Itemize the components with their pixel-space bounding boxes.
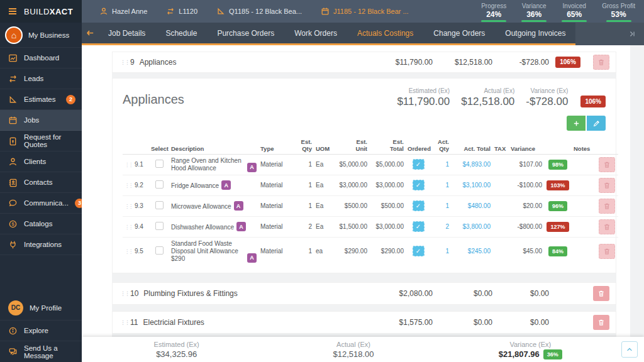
delete-item-button[interactable] — [599, 178, 615, 193]
cost-items-table: Select Description Type Est. Qty UOM Est… — [123, 137, 618, 265]
tab-item[interactable]: Job Details — [98, 23, 155, 43]
tab-bar-right — [575, 23, 644, 45]
sidebar-item-contacts[interactable]: Contacts — [0, 172, 82, 193]
ordered-checkbox[interactable]: ✓ — [413, 221, 425, 232]
sidebar-item-integrations[interactable]: Integrations — [0, 234, 82, 255]
delete-category-button[interactable] — [593, 315, 609, 330]
item-description: Microwave Allowance — [171, 203, 231, 211]
category-estimated: $1,575.00 — [364, 318, 433, 327]
act-total[interactable]: $4,893.00 — [451, 154, 492, 175]
estimates-count-badge: 2 — [66, 95, 75, 104]
act-qty[interactable]: 2 — [431, 216, 451, 237]
topnav-quote[interactable]: Q1185 - 12 Black Bea... — [216, 7, 302, 16]
delete-item-button[interactable] — [599, 244, 615, 259]
sidebar-item-communications[interactable]: Communica... 3 — [0, 193, 82, 214]
tab-item[interactable]: Work Orders — [284, 23, 347, 43]
ordered-checkbox[interactable]: ✓ — [413, 246, 425, 256]
act-total[interactable]: $245.00 — [451, 237, 492, 265]
clipboard-dollar-icon — [8, 136, 18, 146]
user-icon — [99, 7, 108, 16]
stat-item: Progress 24% — [481, 3, 506, 23]
select-checkbox[interactable] — [155, 180, 164, 189]
sidebar-item-send-message[interactable]: Send Us a Message — [0, 341, 82, 362]
drag-handle-icon[interactable]: ⋮⋮ — [125, 204, 132, 209]
act-total[interactable]: $3,800.00 — [451, 216, 492, 237]
scroll-to-top-button[interactable] — [621, 341, 638, 358]
sidebar-item-my-business[interactable]: ⌂ My Business — [0, 23, 82, 48]
vertical-scrollbar[interactable] — [630, 45, 644, 337]
select-checkbox[interactable] — [155, 246, 164, 255]
drag-handle-icon[interactable]: ⋮⋮ — [120, 59, 130, 65]
act-qty[interactable]: 1 — [431, 237, 451, 265]
delete-category-button[interactable] — [593, 286, 609, 301]
allowance-badge: A — [247, 253, 257, 263]
allowance-badge: A — [247, 163, 257, 172]
act-total[interactable]: $480.00 — [451, 195, 492, 216]
ordered-checkbox[interactable]: ✓ — [413, 159, 425, 170]
back-arrow-icon[interactable] — [82, 23, 98, 43]
ordered-checkbox[interactable]: ✓ — [413, 180, 425, 190]
stat-underline — [481, 20, 506, 22]
sidebar-item-dashboard[interactable]: Dashboard — [0, 48, 82, 69]
delete-item-button[interactable] — [599, 157, 615, 172]
tab-item[interactable]: Purchase Orders — [207, 23, 284, 43]
item-variance: -$800.00 — [509, 216, 544, 237]
act-qty[interactable]: 1 — [431, 154, 451, 175]
section-actions — [123, 116, 606, 131]
drag-handle-icon[interactable]: ⋮⋮ — [125, 249, 132, 255]
topnav-job[interactable]: J1185 - 12 Black Bear ... — [321, 7, 409, 16]
act-qty[interactable]: 1 — [431, 195, 451, 216]
sidebar-item-request-for-quotes[interactable]: Request for Quotes — [0, 131, 82, 151]
sidebar-item-my-profile[interactable]: DC My Profile — [0, 295, 82, 321]
drag-handle-icon[interactable]: ⋮⋮ — [125, 183, 132, 189]
category-row[interactable]: ⋮⋮ 11 Electricial Fixtures $1,575.00 $0.… — [112, 311, 616, 334]
tab-item[interactable]: Change Orders — [423, 23, 495, 43]
drag-handle-icon[interactable]: ⋮⋮ — [120, 319, 130, 326]
skip-to-end-icon[interactable] — [628, 30, 636, 38]
category-row[interactable]: ⋮⋮ 10 Plumbing Fixtures & Fittings $2,08… — [112, 282, 616, 305]
select-checkbox[interactable] — [155, 160, 164, 168]
tab-item[interactable]: Schedule — [155, 23, 207, 43]
ordered-checkbox[interactable]: ✓ — [413, 200, 425, 211]
est-unit: $3,000.00 — [333, 175, 369, 195]
tab-item[interactable]: Outgoing Invoices — [495, 23, 575, 43]
delete-item-button[interactable] — [599, 199, 615, 214]
add-item-button[interactable] — [567, 116, 586, 131]
delete-item-button[interactable] — [599, 219, 615, 234]
sidebar-item-catalogs[interactable]: $ Catalogs — [0, 214, 82, 234]
footer-estimated-value: $34,325.96 — [88, 349, 265, 359]
topnav-client[interactable]: Hazel Anne — [99, 7, 147, 16]
category-row-appliances[interactable]: ⋮⋮ 9 Appliances $11,790.00 $12,518.00 -$… — [112, 52, 616, 73]
sidebar-item-estimates[interactable]: Estimates 2 — [0, 89, 82, 110]
select-checkbox[interactable] — [155, 222, 164, 230]
drag-handle-icon[interactable]: ⋮⋮ — [120, 290, 130, 297]
cost-item-row: ⋮⋮ 9.1 Range Oven and Kitchen Hood Allow… — [123, 154, 618, 175]
variance-percent-badge: 106% — [555, 57, 580, 68]
act-total[interactable]: $3,100.00 — [451, 175, 492, 195]
tab-label: Schedule — [165, 29, 197, 38]
stat-underline — [562, 20, 587, 22]
tab-item[interactable]: Actuals Costings — [347, 23, 423, 43]
drag-handle-icon[interactable]: ⋮⋮ — [125, 162, 132, 168]
sidebar-item-explore[interactable]: Explore — [0, 321, 82, 341]
sidebar-item-leads[interactable]: Leads — [0, 69, 82, 89]
uom: Ea — [314, 175, 333, 195]
item-variance: $107.00 — [509, 154, 544, 175]
est-total: $3,000.00 — [369, 175, 406, 195]
sidebar-item-clients[interactable]: Clients — [0, 151, 82, 172]
topnav-lead[interactable]: L1120 — [166, 7, 197, 16]
item-type: Material — [258, 237, 295, 265]
act-qty[interactable]: 1 — [431, 175, 451, 195]
sidebar-item-jobs[interactable]: Jobs — [0, 110, 82, 131]
select-checkbox[interactable] — [155, 201, 164, 209]
item-percent-badge: 84% — [548, 246, 567, 256]
sidebar-label: Contacts — [24, 178, 52, 186]
drag-handle-icon[interactable]: ⋮⋮ — [125, 224, 132, 230]
delete-category-button[interactable] — [593, 55, 609, 70]
est-unit: $5,000.00 — [333, 154, 369, 175]
job-tab-bar: Job Details Schedule Purchase Orders Wor… — [82, 23, 644, 45]
app-window: BUILDXACT Hazel Anne L1120 Q1185 - 12 Bl… — [0, 0, 644, 362]
hamburger-menu-icon[interactable] — [8, 6, 18, 16]
edit-section-button[interactable] — [587, 116, 606, 131]
stat-label: Invoiced — [563, 3, 586, 9]
